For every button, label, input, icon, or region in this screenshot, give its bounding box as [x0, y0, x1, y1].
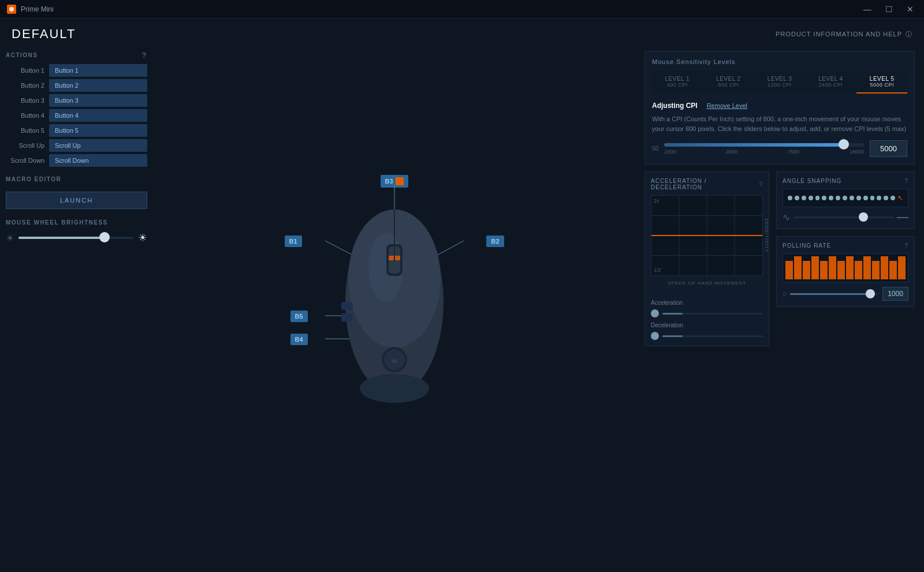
scrolldown-action[interactable]: Scroll Down	[49, 154, 147, 167]
b4-button-tag[interactable]: B4	[290, 334, 308, 345]
angle-wave-icon: ∿	[783, 212, 790, 223]
cpi-title: Mouse Sensitivity Levels	[652, 58, 907, 65]
cpi-slider[interactable]	[664, 143, 864, 147]
actions-title: ACTIONS	[6, 52, 38, 58]
button5-action[interactable]: Button 5	[49, 124, 147, 137]
angle-dot-12	[863, 196, 868, 200]
mouse-area: B3 B1 B2 B5 B4	[153, 45, 635, 570]
actions-label: ACTIONS ?	[6, 51, 147, 59]
cpi-tab-1[interactable]: LEVEL 1400 CPI	[652, 71, 703, 94]
x-axis-label: SPEED OF HAND MOVEMENT	[651, 281, 763, 286]
polling-bar-14	[898, 256, 906, 279]
cpi-value-box[interactable]: 5000	[870, 140, 907, 157]
button1-action[interactable]: Button 1	[49, 64, 147, 77]
decel-slider-row	[651, 332, 763, 340]
b2-button-tag[interactable]: B2	[486, 235, 504, 247]
title-bar: Prime Mini — ☐ ✕	[0, 0, 924, 18]
b5-button-tag[interactable]: B5	[290, 311, 308, 322]
accel-help[interactable]: ?	[759, 181, 763, 188]
cpi-tab-2[interactable]: LEVEL 2800 CPI	[703, 71, 754, 94]
angle-thumb[interactable]	[859, 212, 868, 222]
right-panel: Mouse Sensitivity Levels LEVEL 1400 CPI …	[635, 45, 924, 570]
cpi-tab-3[interactable]: LEVEL 31200 CPI	[754, 71, 805, 94]
maximize-button[interactable]: ☐	[882, 3, 896, 15]
help-link-text: PRODUCT INFORMATION AND HELP	[776, 31, 902, 38]
angle-dot-11	[856, 196, 861, 200]
brightness-thumb[interactable]	[99, 232, 110, 242]
polling-fill	[790, 293, 870, 295]
help-link[interactable]: PRODUCT INFORMATION AND HELP ⓘ	[776, 30, 912, 39]
chart-y-min: 1/2	[654, 267, 661, 273]
brightness-label: MOUSE WHEEL BRIGHTNESS	[6, 219, 147, 226]
button2-action[interactable]: Button 2	[49, 79, 147, 92]
cpi-tick-18000: 18000	[850, 149, 864, 155]
decel-thumb[interactable]	[651, 332, 659, 340]
angle-line	[897, 217, 908, 218]
angle-dots-row: ↖	[783, 189, 908, 207]
polling-thumb[interactable]	[866, 289, 875, 298]
chart-y-max: 2x	[654, 198, 660, 204]
angle-dot-5	[815, 196, 820, 200]
polling-value-box: 1000	[882, 287, 908, 301]
brightness-row: ☀ ☀	[6, 231, 147, 244]
cpi-tick-7500: 7500	[788, 149, 799, 155]
cpi-tab-5[interactable]: LEVEL 55000 CPI	[856, 71, 907, 94]
sidebar: ACTIONS ? Button 1 Button 1 Button 2 But…	[0, 45, 153, 570]
brightness-slider[interactable]	[18, 237, 133, 239]
cpi-tabs: LEVEL 1400 CPI LEVEL 2800 CPI LEVEL 3120…	[652, 71, 907, 94]
b2-label: B2	[491, 238, 499, 245]
mouse-diagram: B3 B1 B2 B5 B4	[273, 140, 516, 475]
polling-help[interactable]: ?	[904, 242, 908, 249]
app-header: DEFAULT PRODUCT INFORMATION AND HELP ⓘ	[0, 18, 924, 45]
action-row-button1: Button 1 Button 1	[6, 64, 147, 77]
brightness-on-icon: ☀	[138, 231, 147, 244]
angle-dot-3	[802, 196, 806, 200]
polling-section: POLLING RATE ?	[776, 236, 915, 307]
scrollup-label: Scroll Up	[6, 142, 49, 149]
cpi-adjust-label: Adjusting CPI	[652, 102, 698, 110]
button4-action[interactable]: Button 4	[49, 109, 147, 122]
actions-help-icon[interactable]: ?	[142, 51, 147, 59]
cpi-remove-link[interactable]: Remove Level	[707, 102, 747, 109]
b3-button-tag[interactable]: B3	[380, 175, 408, 188]
svg-rect-12	[341, 302, 353, 310]
action-row-button3: Button 3 Button 3	[6, 94, 147, 107]
launch-button[interactable]: LAUNCH	[6, 192, 147, 209]
y-axis-label: SENSITIVITY	[765, 218, 770, 253]
title-bar-title: Prime Mini	[21, 5, 54, 13]
b1-button-tag[interactable]: B1	[285, 235, 302, 247]
main-content: ACTIONS ? Button 1 Button 1 Button 2 But…	[0, 45, 924, 570]
angle-dot-4	[808, 196, 813, 200]
polling-slider-min-icon: ○	[783, 290, 787, 298]
page-title: DEFAULT	[12, 27, 76, 42]
cpi-section: Mouse Sensitivity Levels LEVEL 1400 CPI …	[644, 51, 915, 165]
close-button[interactable]: ✕	[903, 3, 917, 15]
action-row-button5: Button 5 Button 5	[6, 124, 147, 137]
scrollup-action[interactable]: Scroll Up	[49, 139, 147, 152]
cpi-tab-4[interactable]: LEVEL 42400 CPI	[806, 71, 856, 94]
angle-dot-8	[836, 196, 840, 200]
cpi-thumb[interactable]	[839, 139, 849, 149]
cpi-slider-container: 1000 2000 7500 18000	[664, 143, 864, 155]
button2-label: Button 2	[6, 82, 49, 89]
angle-help[interactable]: ?	[904, 178, 908, 184]
accel-slider-row	[651, 309, 763, 317]
decel-fill	[662, 335, 683, 337]
angle-dot-13	[870, 196, 875, 200]
macro-label: MACRO EDITOR	[6, 176, 147, 182]
minimize-button[interactable]: —	[860, 3, 875, 15]
polling-slider[interactable]	[790, 293, 879, 295]
lower-panels: ACCELERATION / DECELERATION ?	[644, 171, 915, 346]
accel-chart-container: 2x 1/2 SENSITIVITY SPEED OF HAND MOVEMEN…	[651, 195, 763, 286]
polling-bar-10	[863, 256, 871, 279]
decel-track[interactable]	[662, 335, 763, 337]
angle-dot-9	[843, 196, 847, 200]
title-bar-controls: — ☐ ✕	[860, 3, 917, 15]
cpi-tick-2000: 2000	[726, 149, 737, 155]
accel-thumb[interactable]	[651, 309, 659, 317]
polling-title: POLLING RATE ?	[783, 242, 908, 249]
accel-track[interactable]	[662, 313, 763, 315]
accel-line	[651, 235, 762, 236]
angle-slider[interactable]	[793, 216, 893, 218]
button3-action[interactable]: Button 3	[49, 94, 147, 107]
